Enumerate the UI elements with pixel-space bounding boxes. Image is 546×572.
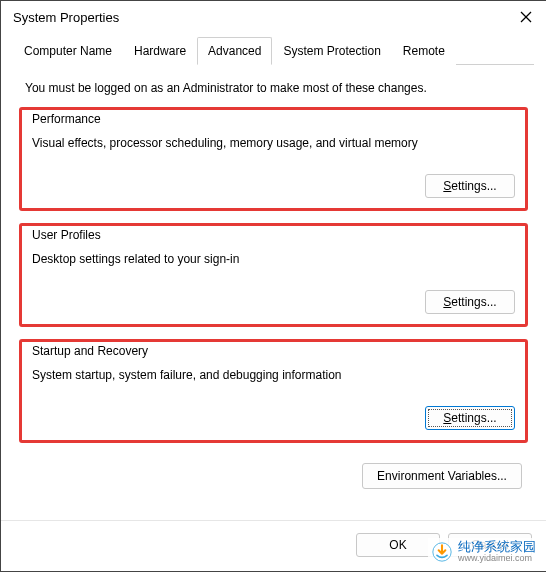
- watermark: 纯净系统家园 www.yidaimei.com: [428, 538, 540, 566]
- content-area: Computer Name Hardware Advanced System P…: [1, 35, 546, 518]
- tab-advanced[interactable]: Advanced: [197, 37, 272, 65]
- close-icon: [520, 11, 532, 23]
- performance-group: Performance Visual effects, processor sc…: [19, 107, 528, 211]
- tab-system-protection[interactable]: System Protection: [272, 37, 391, 65]
- watermark-url: www.yidaimei.com: [458, 554, 536, 564]
- env-row: Environment Variables...: [19, 463, 528, 489]
- watermark-text: 纯净系统家园 www.yidaimei.com: [458, 540, 536, 564]
- tab-strip: Computer Name Hardware Advanced System P…: [13, 37, 534, 65]
- tab-computer-name[interactable]: Computer Name: [13, 37, 123, 65]
- titlebar: System Properties: [1, 1, 546, 35]
- system-properties-window: System Properties Computer Name Hardware…: [0, 0, 546, 572]
- startup-recovery-legend: Startup and Recovery: [30, 344, 150, 358]
- tab-hardware[interactable]: Hardware: [123, 37, 197, 65]
- user-profiles-desc: Desktop settings related to your sign-in: [32, 252, 515, 266]
- admin-note: You must be logged on as an Administrato…: [25, 81, 522, 95]
- startup-recovery-group: Startup and Recovery System startup, sys…: [19, 339, 528, 443]
- environment-variables-button[interactable]: Environment Variables...: [362, 463, 522, 489]
- watermark-title: 纯净系统家园: [458, 540, 536, 554]
- watermark-logo-icon: [432, 542, 452, 562]
- window-title: System Properties: [13, 10, 119, 25]
- startup-recovery-desc: System startup, system failure, and debu…: [32, 368, 515, 382]
- close-button[interactable]: [518, 9, 534, 25]
- performance-desc: Visual effects, processor scheduling, me…: [32, 136, 515, 150]
- performance-settings-button[interactable]: Settings...: [425, 174, 515, 198]
- advanced-panel: You must be logged on as an Administrato…: [13, 65, 534, 495]
- startup-recovery-settings-button[interactable]: Settings...: [425, 406, 515, 430]
- user-profiles-group: User Profiles Desktop settings related t…: [19, 223, 528, 327]
- user-profiles-settings-button[interactable]: Settings...: [425, 290, 515, 314]
- performance-legend: Performance: [30, 112, 103, 126]
- tab-remote[interactable]: Remote: [392, 37, 456, 65]
- user-profiles-legend: User Profiles: [30, 228, 103, 242]
